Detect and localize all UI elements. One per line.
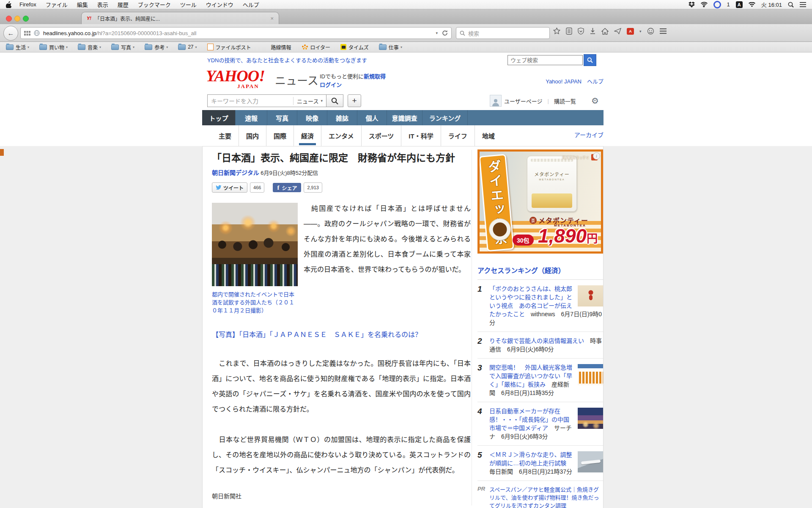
zoom-window-button[interactable] — [23, 16, 29, 22]
ranking-thumbnail[interactable] — [578, 364, 604, 385]
bookmark-item[interactable]: 参考▾ — [145, 44, 168, 51]
yahoo-japan-link[interactable]: Yahoo! JAPAN — [546, 78, 582, 85]
user-avatar-icon[interactable] — [490, 95, 502, 107]
pdf-dropdown-icon[interactable]: ▾ — [639, 29, 642, 33]
tab-close-icon[interactable]: × — [270, 15, 274, 22]
user-page-link[interactable]: ユーザーページ — [504, 97, 542, 105]
article-photo[interactable] — [212, 203, 298, 286]
bookmark-item[interactable]: 写真▾ — [111, 44, 134, 51]
menu-item[interactable]: ウインドウ — [206, 0, 233, 8]
menu-item[interactable]: 表示 — [97, 0, 108, 8]
menu-item[interactable]: ヘルプ — [243, 0, 259, 8]
apple-icon[interactable] — [6, 1, 13, 8]
nav-tab[interactable]: 速報 — [236, 110, 267, 125]
ranking-title-link[interactable]: ＜ＭＲＪ＞滑らかな走り、調整が順調に…初の地上走行試験 — [489, 451, 572, 467]
nav-tab[interactable]: 映像 — [297, 110, 327, 125]
ranking-thumbnail[interactable] — [578, 451, 604, 472]
nav-tab[interactable]: 写真 — [267, 110, 297, 125]
bookmark-item[interactable]: 路線情報 — [261, 44, 291, 51]
menu-item[interactable]: 履歴 — [118, 0, 129, 8]
send-icon[interactable] — [614, 28, 621, 34]
subnav-item[interactable]: IT・科学 — [401, 125, 441, 146]
facebook-share-button[interactable]: fシェア — [273, 183, 301, 192]
input-source-icon[interactable]: A — [736, 1, 743, 8]
photo-caption[interactable]: 都内で開催されたイベントで日本酒を試飲する外国人たち（２０１０年１１月２日撮影） — [212, 290, 296, 315]
nav-tab[interactable]: ランキング — [422, 110, 468, 125]
bookmark-item[interactable]: 仕事▾ — [379, 44, 402, 51]
add-search-button[interactable]: + — [348, 94, 361, 107]
spotlight-icon[interactable] — [788, 1, 794, 8]
menu-item[interactable]: Firefox — [19, 1, 36, 8]
url-bar[interactable]: headlines.yahoo.co.jp/hl?a=20150609-0000… — [20, 27, 452, 39]
ad-info-icon[interactable]: i — [593, 152, 600, 160]
bookmarks-bar: 生活▾買い物▾音楽▾写真▾参考▾27▾ファイルポスト路線情報ロイタータイムズ仕事… — [0, 42, 812, 52]
nav-tab[interactable]: 雑誌 — [327, 110, 357, 125]
bookmark-star-icon[interactable] — [553, 28, 560, 35]
news-search-input[interactable]: キーワードを入力 ニュース▾ — [207, 94, 326, 107]
dropbox-icon[interactable] — [689, 1, 695, 8]
login-link[interactable]: ログイン — [320, 82, 342, 88]
browser-tab[interactable]: Y! 「日本酒」表示、純国産に... × — [81, 12, 279, 24]
menu-item[interactable]: 編集 — [77, 0, 88, 8]
wifi-transfer-icon[interactable] — [701, 1, 708, 8]
close-window-button[interactable] — [6, 16, 12, 22]
bookmark-item[interactable]: ファイルポスト — [207, 44, 251, 51]
bookmark-icon — [39, 44, 47, 50]
downloads-icon[interactable] — [590, 28, 596, 35]
hello-smiley-icon[interactable] — [647, 28, 654, 35]
bookmark-item[interactable]: 音楽▾ — [78, 44, 101, 51]
nav-tab[interactable]: 個人 — [357, 110, 387, 125]
news-search-button[interactable] — [326, 94, 343, 107]
nav-tab[interactable]: トップ — [202, 110, 236, 125]
subnav-item[interactable]: 国際 — [266, 125, 294, 146]
creative-cloud-icon[interactable] — [713, 1, 721, 8]
gear-icon[interactable]: ⚙ — [591, 96, 599, 106]
ydn-promo-link[interactable]: YDNの技術で、あなたと社会をよくするための活動をつなぎます — [207, 56, 367, 64]
subnav-item[interactable]: 経済 — [294, 125, 321, 146]
reading-list-icon[interactable] — [566, 28, 572, 35]
bookmark-item[interactable]: 生活▾ — [6, 44, 29, 51]
grid-icon[interactable] — [24, 31, 30, 36]
bookmark-item[interactable]: 27▾ — [178, 44, 197, 50]
browser-search-field[interactable]: 検索 — [456, 27, 550, 39]
signup-link[interactable]: 新規取得 — [364, 73, 386, 80]
subscriptions-link[interactable]: 購読一覧 — [554, 97, 576, 105]
bookmark-item[interactable]: タイムズ — [340, 44, 369, 51]
help-link[interactable]: ヘルプ — [587, 78, 604, 85]
nav-tab[interactable]: 意識調査 — [387, 110, 422, 125]
bookmark-item[interactable]: 買い物▾ — [39, 44, 68, 51]
tweet-button[interactable]: ツイート — [212, 182, 247, 193]
news-search-scope[interactable]: ニュース▾ — [293, 97, 323, 105]
bookmark-item[interactable]: ロイター — [302, 44, 331, 51]
wifi-icon[interactable] — [749, 1, 755, 8]
web-search-input[interactable] — [508, 55, 583, 65]
yahoo-logo[interactable]: YAHOO! JAPAN — [206, 68, 274, 88]
menu-item[interactable]: ツール — [180, 0, 197, 8]
reload-icon[interactable] — [442, 30, 448, 36]
article-source-link[interactable]: 朝日新聞デジタル — [212, 169, 259, 176]
ranking-title-link[interactable]: りそな銀で芸能人の来店情報漏えい — [489, 337, 584, 344]
url-dropdown-icon[interactable]: ▾ — [436, 31, 438, 35]
subnav-item[interactable]: 主要 — [211, 125, 239, 146]
menu-item[interactable]: ファイル — [46, 0, 68, 8]
web-search-button[interactable] — [584, 54, 596, 66]
pdf-icon[interactable]: A — [627, 28, 634, 35]
notification-center-icon[interactable] — [800, 1, 806, 8]
subnav-item[interactable]: エンタメ — [321, 125, 362, 146]
pr-link[interactable]: スペースパン／アサヒ軽金属公式｜魚焼きグリルで、油を使わず揚げ物料理！焼き魚だっ… — [489, 486, 599, 508]
photo-gallery-link[interactable]: 【写真】「日本酒」「ＪＡＰＡＮＥＳＥ ＳＡＫＥ」を名乗れるのは？ — [212, 328, 422, 342]
menu-hamburger-icon[interactable] — [660, 28, 667, 34]
ranking-thumbnail[interactable] — [578, 408, 604, 429]
back-button[interactable]: ← — [3, 26, 18, 41]
menu-item[interactable]: ブックマーク — [138, 0, 171, 8]
minimize-window-button[interactable] — [14, 16, 20, 22]
subnav-item[interactable]: ライフ — [441, 125, 475, 146]
home-icon[interactable] — [601, 28, 609, 35]
subnav-item[interactable]: 国内 — [239, 125, 266, 146]
subnav-item[interactable]: スポーツ — [362, 125, 402, 146]
subnav-item[interactable]: 地域 — [475, 125, 502, 146]
ranking-thumbnail[interactable] — [578, 285, 604, 306]
diet-tea-ad-banner[interactable]: ダイエット茶 メタボンティー METABONTEA 株式会社まっすぐ 茶 メタボ… — [477, 149, 603, 254]
bookmark-icon — [340, 44, 346, 50]
shield-icon[interactable] — [578, 28, 584, 35]
